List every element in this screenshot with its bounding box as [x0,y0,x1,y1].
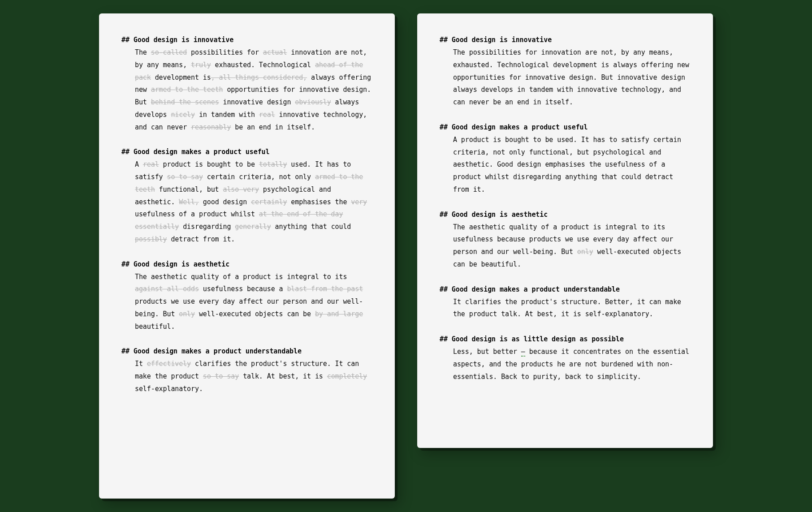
section-heading: ## Good design is aesthetic [121,260,372,268]
removed-text: completely [327,372,367,380]
removed-text: armed to the teeth [151,86,223,94]
removed-text: only [577,248,593,256]
section-body: It clarifies the product's structure. Be… [440,296,691,321]
removed-text: possibly [135,235,167,243]
removed-text: truly [191,61,211,69]
removed-text: behind the scenes [151,98,219,106]
section-useful-right: ## Good design makes a product useful A … [440,123,691,196]
removed-text: obviously [295,98,331,106]
removed-text: so to say [167,173,203,181]
removed-text: also very [223,185,259,194]
removed-text: so-called [151,48,187,56]
section-innovative-right: ## Good design is innovative The possibi… [440,36,691,109]
section-understandable-right: ## Good design makes a product understan… [440,285,691,321]
section-body: The aesthetic quality of a product is in… [121,271,372,333]
right-document-card: ## Good design is innovative The possibi… [417,13,713,448]
section-heading: ## Good design makes a product understan… [440,285,691,293]
removed-text: only [179,310,195,318]
section-heading: ## Good design is aesthetic [440,211,691,219]
section-heading: ## Good design is innovative [440,36,691,44]
section-heading: ## Good design makes a product useful [121,148,372,156]
section-body: Less, but better – because it concentrat… [440,346,691,383]
section-heading: ## Good design makes a product understan… [121,347,372,355]
highlighted-text: – [521,348,525,357]
section-heading: ## Good design makes a product useful [440,123,691,131]
removed-text: certainly [251,198,287,206]
removed-text: actual [263,48,287,56]
removed-text: by and large [315,310,363,318]
section-heading: ## Good design is as little design as po… [440,335,691,343]
removed-text: so to say [203,372,239,380]
removed-text: very [351,198,367,206]
section-useful-left: ## Good design makes a product useful A … [121,148,372,245]
section-aesthetic-left: ## Good design is aesthetic The aestheti… [121,260,372,333]
removed-text: Well, [179,198,199,206]
removed-text: against all odds [135,285,199,293]
section-little-design-right: ## Good design is as little design as po… [440,335,691,383]
removed-text: blast from the past [287,285,363,293]
removed-text: real [259,111,275,119]
removed-text: totally [259,160,287,168]
section-body: It effectively clarifies the product's s… [121,358,372,395]
section-body: A product is bought to be used. It has t… [440,134,691,196]
removed-text: real [143,160,159,168]
removed-text: generally [235,223,271,231]
removed-text: reasonably [191,123,231,131]
removed-text: , all things considered, [211,73,307,82]
section-body: The aesthetic quality of a product is in… [440,221,691,271]
section-body: The so-called possibilities for actual i… [121,47,372,133]
section-innovative-left: ## Good design is innovative The so-call… [121,36,372,133]
section-aesthetic-right: ## Good design is aesthetic The aestheti… [440,211,691,271]
section-body: The possibilities for innovation are not… [440,47,691,109]
removed-text: nicely [171,111,195,119]
left-document-card: ## Good design is innovative The so-call… [99,13,395,499]
section-heading: ## Good design is innovative [121,36,372,44]
section-understandable-left: ## Good design makes a product understan… [121,347,372,395]
removed-text: effectively [147,360,191,368]
section-body: A real product is bought to be totally u… [121,159,372,245]
